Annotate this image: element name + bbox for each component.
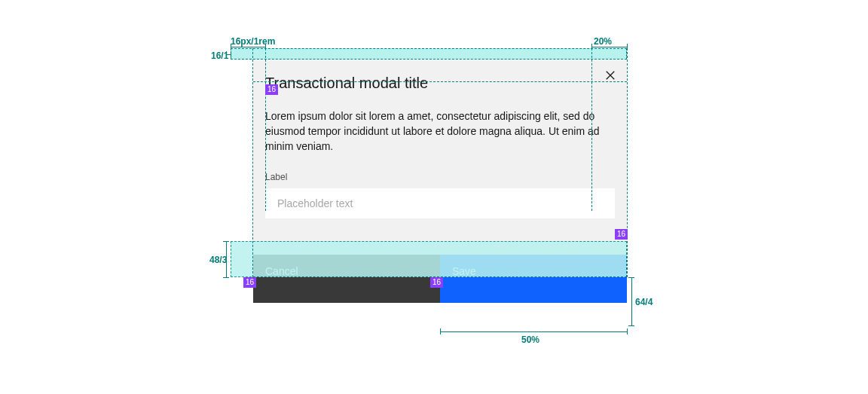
spec-cap — [440, 328, 441, 334]
spec-measure-button-width — [440, 331, 627, 332]
spec-cap — [628, 277, 634, 278]
spec-cap — [223, 277, 229, 278]
spec-dim-gap-height: 48/3 — [209, 255, 227, 265]
spec-dim-button-height: 64/4 — [635, 297, 653, 307]
close-icon — [605, 70, 616, 84]
modal-description: Lorem ipsum dolor sit lorem a amet, cons… — [265, 108, 615, 154]
cancel-button[interactable]: Cancel — [253, 255, 440, 303]
spec-cap — [591, 44, 592, 50]
save-button[interactable]: Save — [440, 255, 627, 303]
spec-badge-cancel-padding: 16 — [243, 277, 256, 288]
spec-overlay-top-padding — [231, 48, 627, 60]
modal-bottom-gap — [253, 218, 627, 255]
input-label: Label — [265, 172, 615, 182]
modal-body: Transactional modal title Lorem ipsum do… — [253, 60, 627, 218]
spec-measure-close-offset — [591, 47, 627, 47]
spec-cap — [223, 241, 229, 242]
spec-cap — [628, 325, 634, 326]
spec-guide-vert-4 — [627, 48, 628, 277]
spec-cap — [231, 51, 231, 57]
close-button[interactable] — [603, 69, 618, 84]
modal: Transactional modal title Lorem ipsum do… — [253, 60, 627, 303]
spec-badge-save-padding: 16 — [430, 277, 443, 288]
spec-dim-top-small: 16/1 — [211, 50, 228, 61]
spec-dim-button-width: 50% — [521, 334, 539, 345]
spec-dim-close-offset: 20% — [594, 36, 612, 47]
spec-dim-left-padding: 16px/1rem — [231, 36, 275, 47]
spec-badge-input-right: 16 — [615, 229, 628, 240]
spec-stage: Transactional modal title Lorem ipsum do… — [0, 0, 868, 394]
text-input[interactable] — [265, 188, 615, 218]
spec-measure-button-height — [631, 277, 632, 325]
spec-cap — [627, 328, 628, 334]
spec-measure-left-padding — [231, 47, 265, 47]
modal-title: Transactional modal title — [265, 72, 615, 93]
spec-badge-title-gap: 16 — [265, 84, 278, 95]
spec-cap — [627, 44, 628, 50]
